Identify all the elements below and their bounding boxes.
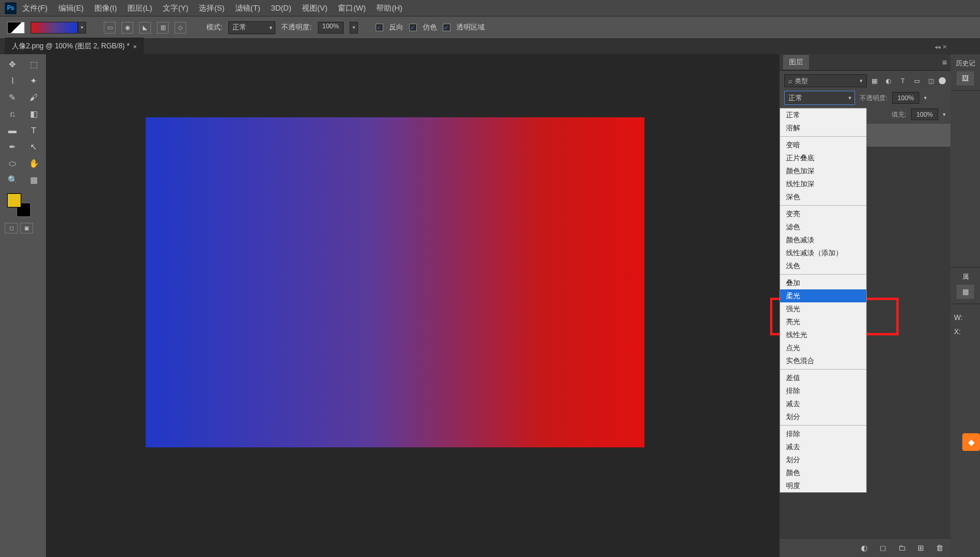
history-panel-tab[interactable]: 历史记 — [956, 59, 975, 68]
filter-adjust-icon[interactable]: ◐ — [883, 75, 894, 86]
floating-app-icon[interactable]: ◆ — [962, 433, 980, 451]
blend-option[interactable]: 叠加 — [780, 276, 866, 289]
brush-tool[interactable]: 🖌 — [24, 90, 44, 105]
blend-option[interactable]: 点光 — [780, 341, 866, 354]
dither-checkbox[interactable]: ✓ — [409, 24, 417, 31]
blend-option[interactable]: 减去 — [780, 440, 866, 453]
blend-option[interactable]: 变暗 — [780, 139, 866, 151]
filter-pixel-icon[interactable]: ▦ — [869, 75, 880, 86]
blend-option-selected[interactable]: 柔光 — [780, 289, 866, 302]
blend-option[interactable]: 变亮 — [780, 207, 866, 220]
blend-option[interactable]: 减去 — [780, 397, 866, 410]
magic-wand-tool[interactable]: ✦ — [24, 73, 44, 88]
shape-tool[interactable]: ⬭ — [2, 156, 22, 171]
filter-toggle[interactable] — [939, 77, 946, 84]
opacity-input[interactable]: 100% — [318, 22, 344, 34]
blend-option[interactable]: 亮光 — [780, 315, 866, 328]
close-tab-icon[interactable]: × — [133, 43, 137, 50]
menu-edit[interactable]: 编辑(E) — [54, 1, 88, 16]
blend-option[interactable]: 划分 — [780, 410, 866, 423]
mask-icon[interactable]: ◻ — [877, 543, 888, 553]
blend-mode-select[interactable]: 正常 — [784, 91, 855, 105]
blend-option[interactable]: 正片叠底 — [780, 151, 866, 164]
blend-option[interactable]: 溶解 — [780, 121, 866, 134]
blend-option[interactable]: 强光 — [780, 302, 866, 315]
gradient-dropdown-icon[interactable]: ▾ — [78, 22, 86, 34]
menu-filter[interactable]: 滤镜(T) — [231, 1, 265, 16]
zoom-tool[interactable]: 🔍 — [2, 172, 22, 187]
trash-icon[interactable]: 🗑 — [934, 543, 945, 553]
pen-tool[interactable]: ✒ — [2, 139, 22, 154]
canvas-area[interactable] — [46, 54, 780, 557]
fx-icon[interactable]: ◐ — [859, 543, 869, 553]
hand-tool[interactable]: ✋ — [24, 156, 44, 171]
blend-option[interactable]: 明度 — [780, 479, 866, 492]
clone-stamp-tool[interactable]: ⎌ — [2, 106, 22, 121]
blend-option[interactable]: 排除 — [780, 384, 866, 397]
move-tool[interactable]: ✥ — [2, 57, 22, 72]
eyedropper-tool[interactable]: ✎ — [2, 90, 22, 105]
blend-option[interactable]: 深色 — [780, 190, 866, 203]
blend-option[interactable]: 线性加深 — [780, 177, 866, 190]
menu-help[interactable]: 帮助(H) — [371, 1, 407, 16]
edit-toolbar-icon[interactable]: ▦ — [24, 172, 44, 187]
blend-option[interactable]: 滤色 — [780, 220, 866, 233]
marquee-tool[interactable]: ⬚ — [24, 57, 44, 72]
color-swatches[interactable] — [7, 193, 31, 217]
gradient-angle-icon[interactable]: ◣ — [139, 22, 151, 34]
tool-preset-icon[interactable] — [7, 22, 25, 34]
blend-option[interactable]: 线性减淡（添加） — [780, 246, 866, 259]
layers-tab[interactable]: 图层 — [783, 55, 809, 70]
menu-3d[interactable]: 3D(D) — [266, 1, 296, 15]
blend-option[interactable]: 划分 — [780, 453, 866, 466]
layer-opacity-input[interactable]: 100% — [892, 92, 919, 104]
canvas[interactable] — [146, 117, 644, 447]
transparent-checkbox[interactable]: ✓ — [443, 24, 450, 31]
type-tool[interactable]: T — [24, 123, 44, 138]
gradient-diamond-icon[interactable]: ◇ — [175, 22, 186, 34]
blend-option[interactable]: 实色混合 — [780, 354, 866, 367]
document-tab[interactable]: 人像2.png @ 100% (图层 2, RGB/8) * × — [5, 38, 144, 54]
blend-option[interactable]: 排除 — [780, 427, 866, 440]
blend-option[interactable]: 颜色 — [780, 466, 866, 479]
gradient-reflected-icon[interactable]: ▥ — [157, 22, 169, 34]
properties-panel-tab[interactable]: 属 — [962, 272, 969, 281]
new-group-icon[interactable]: 🗀 — [896, 543, 907, 553]
fill-input[interactable]: 100% — [911, 108, 938, 120]
panel-collapse-icons[interactable]: ◂◂ ✕ — [935, 44, 947, 50]
gradient-tool[interactable]: ▬ — [2, 123, 22, 138]
menu-select[interactable]: 选择(S) — [194, 1, 229, 16]
menu-type[interactable]: 文字(Y) — [158, 1, 193, 16]
filter-type-icon[interactable]: T — [897, 75, 908, 86]
panel-menu-icon[interactable]: ≡ — [942, 58, 947, 67]
menu-layer[interactable]: 图层(L) — [123, 1, 157, 16]
blend-option[interactable]: 浅色 — [780, 259, 866, 272]
menu-image[interactable]: 图像(I) — [90, 1, 121, 16]
menu-window[interactable]: 窗口(W) — [333, 1, 370, 16]
eraser-tool[interactable]: ◧ — [24, 106, 44, 121]
gradient-picker[interactable] — [31, 22, 78, 34]
blend-option[interactable]: 颜色减淡 — [780, 233, 866, 246]
quickmask-icon[interactable]: ◻ — [5, 223, 18, 233]
filter-shape-icon[interactable]: ▭ — [912, 75, 922, 86]
new-layer-icon[interactable]: ⊞ — [915, 543, 926, 553]
filter-smart-icon[interactable]: ◫ — [926, 75, 936, 86]
gradient-radial-icon[interactable]: ◉ — [121, 22, 133, 34]
blend-option[interactable]: 差值 — [780, 371, 866, 384]
menu-file[interactable]: 文件(F) — [18, 1, 52, 16]
layer-filter-select[interactable]: ⌕ 类型 ▾ — [784, 74, 867, 87]
lasso-tool[interactable]: ⌇ — [2, 73, 22, 88]
blend-option[interactable]: 颜色加深 — [780, 164, 866, 177]
blend-option[interactable]: 正常 — [780, 108, 866, 121]
properties-icon[interactable]: ▦ — [956, 285, 974, 299]
foreground-color[interactable] — [7, 193, 21, 207]
history-thumb-icon[interactable]: 🖼 — [956, 71, 974, 85]
gradient-linear-icon[interactable]: ▭ — [104, 22, 116, 34]
menu-view[interactable]: 视图(V) — [297, 1, 332, 16]
blend-option[interactable]: 线性光 — [780, 328, 866, 341]
screenmode-icon[interactable]: ▣ — [20, 223, 33, 233]
opacity-dropdown-icon[interactable]: ▾ — [350, 22, 358, 34]
mode-select[interactable]: 正常 — [228, 21, 275, 34]
reverse-checkbox[interactable]: ✓ — [376, 24, 383, 31]
path-select-tool[interactable]: ↖ — [24, 139, 44, 154]
